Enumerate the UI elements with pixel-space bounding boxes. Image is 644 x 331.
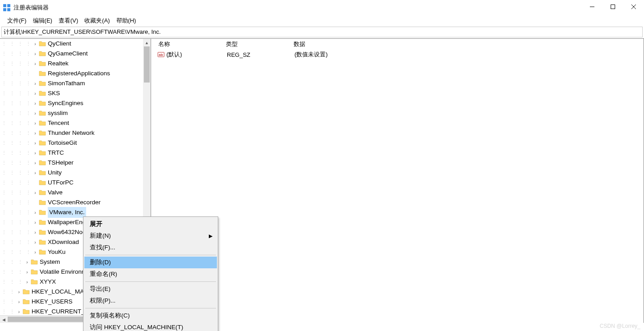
- ctx-copy-key[interactable]: 复制项名称(C): [84, 310, 217, 322]
- tree-label: SKS: [48, 88, 60, 98]
- tree-item[interactable]: ⋮⋮⋮⋮›Realtek: [0, 59, 151, 69]
- svg-rect-1: [7, 4, 10, 7]
- expand-chevron-icon[interactable]: ›: [32, 188, 38, 198]
- expand-chevron-icon[interactable]: ›: [32, 59, 38, 69]
- menu-view[interactable]: 查看(V): [56, 15, 81, 26]
- tree-label: SimonTatham: [48, 78, 85, 88]
- tree-item[interactable]: ⋮⋮⋮⋮›sysslim: [0, 108, 151, 118]
- tree-label: YouKu: [48, 247, 65, 257]
- ctx-export[interactable]: 导出(E): [84, 283, 217, 295]
- tree-item[interactable]: ⋮⋮⋮⋮›SimonTatham: [0, 78, 151, 88]
- close-button[interactable]: [623, 0, 644, 14]
- expand-chevron-icon[interactable]: ›: [32, 227, 38, 237]
- svg-rect-5: [611, 5, 615, 9]
- expand-chevron-icon[interactable]: ›: [32, 78, 38, 88]
- expand-chevron-icon[interactable]: ›: [16, 297, 22, 307]
- expand-chevron-icon[interactable]: ›: [32, 217, 38, 227]
- menu-file[interactable]: 文件(F): [5, 15, 29, 26]
- ctx-rename[interactable]: 重命名(R): [84, 268, 217, 280]
- tree-label: XYYX: [40, 277, 56, 287]
- tree-item[interactable]: ⋮⋮⋮⋮UTForPC: [0, 178, 151, 188]
- expand-chevron-icon[interactable]: ›: [32, 138, 38, 148]
- svg-rect-2: [3, 8, 6, 11]
- column-headers[interactable]: 名称 类型 数据: [151, 39, 644, 50]
- tree-label: SyncEngines: [48, 98, 83, 108]
- string-value-icon: ab: [157, 51, 165, 58]
- value-name: (默认): [166, 51, 227, 59]
- value-type: REG_SZ: [227, 51, 294, 58]
- separator: [85, 281, 216, 282]
- tree-label: QyClient: [48, 39, 71, 49]
- expand-chevron-icon[interactable]: ›: [32, 88, 38, 98]
- tree-item[interactable]: ⋮⋮⋮⋮RegisteredApplications: [0, 69, 151, 78]
- expand-chevron-icon[interactable]: ›: [32, 39, 38, 49]
- tree-label: TRTC: [48, 148, 64, 158]
- tree-item[interactable]: ⋮⋮⋮⋮›SyncEngines: [0, 98, 151, 108]
- tree-label: VMware, Inc.: [48, 207, 86, 218]
- ctx-expand[interactable]: 展开: [84, 218, 217, 230]
- expand-chevron-icon[interactable]: ›: [32, 168, 38, 178]
- ctx-new[interactable]: 新建(N)▶: [84, 230, 217, 242]
- regedit-icon: [3, 4, 11, 12]
- value-row[interactable]: ab (默认) REG_SZ (数值未设置): [151, 50, 644, 60]
- menu-help[interactable]: 帮助(H): [114, 15, 139, 26]
- expand-chevron-icon[interactable]: ›: [24, 267, 30, 277]
- menu-edit[interactable]: 编辑(E): [30, 15, 55, 26]
- maximize-button[interactable]: [603, 0, 623, 14]
- tree-item[interactable]: ⋮⋮⋮⋮›Tencent: [0, 118, 151, 128]
- expand-chevron-icon[interactable]: ›: [32, 108, 38, 118]
- menu-favorites[interactable]: 收藏夹(A): [82, 15, 112, 26]
- ctx-permissions[interactable]: 权限(P)...: [84, 295, 217, 307]
- titlebar: 注册表编辑器: [0, 0, 644, 15]
- expand-chevron-icon[interactable]: ›: [24, 257, 30, 267]
- col-type[interactable]: 类型: [226, 40, 294, 48]
- tree-item[interactable]: ⋮⋮⋮⋮VCScreenRecorder: [0, 198, 151, 207]
- tree-item[interactable]: ⋮⋮⋮⋮›QyGameClient: [0, 49, 151, 59]
- expand-chevron-icon[interactable]: ›: [32, 207, 38, 217]
- tree-item[interactable]: ⋮⋮⋮⋮›TortoiseGit: [0, 138, 151, 148]
- expand-chevron-icon[interactable]: ›: [32, 247, 38, 257]
- tree-item[interactable]: ⋮⋮⋮⋮›SKS: [0, 88, 151, 98]
- minimize-button[interactable]: [582, 0, 603, 14]
- tree-item[interactable]: ⋮⋮⋮⋮›TRTC: [0, 148, 151, 158]
- expand-chevron-icon[interactable]: ›: [24, 277, 30, 287]
- values-pane[interactable]: 名称 类型 数据 ab (默认) REG_SZ (数值未设置): [151, 39, 644, 323]
- expand-chevron-icon[interactable]: ›: [32, 158, 38, 168]
- expand-chevron-icon[interactable]: ›: [32, 148, 38, 158]
- tree-item[interactable]: ⋮⋮⋮⋮›Thunder Network: [0, 128, 151, 138]
- ctx-find[interactable]: 查找(F)...: [84, 242, 217, 253]
- expand-chevron-icon[interactable]: ›: [32, 128, 38, 138]
- ctx-goto[interactable]: 访问 HKEY_LOCAL_MACHINE(T): [84, 322, 217, 331]
- expand-chevron-icon[interactable]: ›: [16, 287, 22, 297]
- tree-label: XDownload: [48, 237, 79, 247]
- tree-label: RegisteredApplications: [48, 69, 110, 78]
- separator: [85, 308, 216, 308]
- expand-chevron-icon[interactable]: ›: [32, 49, 38, 59]
- tree-item[interactable]: ⋮⋮⋮⋮›Unity: [0, 168, 151, 178]
- tree-label: UTForPC: [48, 178, 74, 188]
- menubar: 文件(F) 编辑(E) 查看(V) 收藏夹(A) 帮助(H): [0, 15, 644, 27]
- tree-item[interactable]: ⋮⋮⋮⋮›QyClient: [0, 39, 151, 49]
- tree-item[interactable]: ⋮⋮⋮⋮›TSHelper: [0, 158, 151, 168]
- scroll-thumb[interactable]: [144, 46, 150, 83]
- tree-label: Thunder Network: [48, 128, 95, 138]
- tree-label: Valve: [48, 188, 63, 198]
- window-title: 注册表编辑器: [14, 4, 49, 12]
- tree-label: VCScreenRecorder: [48, 198, 101, 207]
- ctx-delete[interactable]: 删除(D): [84, 257, 217, 268]
- svg-rect-0: [3, 4, 6, 7]
- context-menu: 展开 新建(N)▶ 查找(F)... 删除(D) 重命名(R) 导出(E) 权限…: [83, 216, 218, 331]
- tree-item[interactable]: ⋮⋮⋮⋮›VMware, Inc.: [0, 207, 151, 217]
- col-data[interactable]: 数据: [294, 40, 644, 48]
- address-bar[interactable]: 计算机\HKEY_CURRENT_USER\SOFTWARE\VMware, I…: [1, 27, 643, 37]
- tree-item[interactable]: ⋮⋮⋮⋮›Valve: [0, 188, 151, 198]
- expand-chevron-icon[interactable]: ›: [32, 118, 38, 128]
- col-name[interactable]: 名称: [158, 40, 226, 48]
- tree-label: TortoiseGit: [48, 138, 77, 148]
- tree-label: Realtek: [48, 59, 69, 69]
- submenu-arrow-icon: ▶: [209, 233, 212, 239]
- tree-label: Unity: [48, 168, 62, 178]
- tree-label: HKEY_USERS: [32, 297, 73, 307]
- expand-chevron-icon[interactable]: ›: [32, 237, 38, 247]
- expand-chevron-icon[interactable]: ›: [32, 98, 38, 108]
